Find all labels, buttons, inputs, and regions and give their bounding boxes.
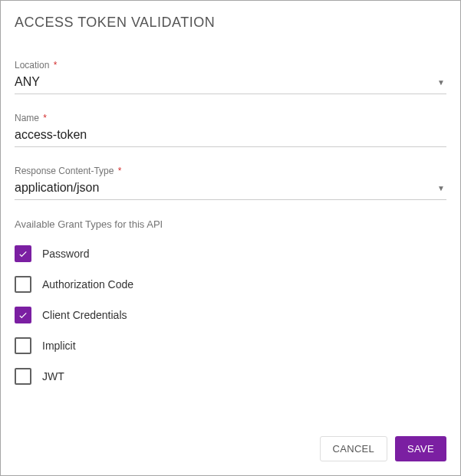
name-label: Name * (15, 113, 446, 123)
chevron-down-icon: ▼ (436, 78, 446, 87)
save-button[interactable]: SAVE (395, 436, 446, 461)
grant-type-row: Authorization Code (15, 276, 446, 293)
name-label-text: Name (15, 113, 39, 123)
content-type-select[interactable]: application/json ▼ (15, 179, 446, 200)
location-select[interactable]: ANY ▼ (15, 74, 446, 94)
dialog-content: ACCESS TOKEN VALIDATION Location * ANY ▼… (1, 1, 460, 427)
content-type-value: application/json (15, 179, 436, 196)
required-mark: * (43, 113, 47, 123)
grant-type-label: Implicit (42, 340, 76, 352)
check-icon (18, 310, 28, 320)
location-value: ANY (15, 74, 436, 90)
grant-type-row: JWT (15, 368, 446, 385)
location-label: Location * (15, 60, 446, 71)
grant-type-row: Implicit (15, 337, 446, 354)
dialog-title: ACCESS TOKEN VALIDATION (15, 15, 446, 31)
content-type-label: Response Content-Type * (15, 166, 446, 176)
required-mark: * (54, 60, 58, 71)
dialog-actions: CANCEL SAVE (1, 427, 460, 475)
grant-type-label: Password (42, 248, 89, 260)
grant-type-checkbox[interactable] (15, 337, 31, 354)
grant-type-row: Client Credentials (15, 307, 446, 323)
required-mark: * (118, 166, 122, 176)
grant-types-list: PasswordAuthorization CodeClient Credent… (15, 245, 446, 385)
grant-type-label: Client Credentials (42, 309, 127, 321)
grant-type-checkbox[interactable] (15, 307, 31, 323)
grant-type-row: Password (15, 245, 446, 262)
location-field: Location * ANY ▼ (15, 60, 446, 94)
chevron-down-icon: ▼ (436, 184, 446, 192)
content-type-field: Response Content-Type * application/json… (15, 166, 446, 200)
cancel-button[interactable]: CANCEL (320, 436, 388, 461)
check-icon (18, 248, 28, 259)
grant-type-checkbox[interactable] (15, 276, 31, 293)
dialog: ACCESS TOKEN VALIDATION Location * ANY ▼… (0, 0, 461, 476)
grant-type-label: JWT (42, 370, 64, 382)
name-field: Name * (15, 113, 446, 147)
name-input[interactable] (15, 126, 446, 143)
grant-type-checkbox[interactable] (15, 245, 31, 262)
grant-type-checkbox[interactable] (15, 368, 31, 385)
location-label-text: Location (15, 60, 49, 71)
name-input-wrap (15, 126, 446, 147)
content-type-label-text: Response Content-Type (15, 166, 114, 176)
grant-type-label: Authorization Code (42, 278, 133, 291)
grant-types-label: Available Grant Types for this API (15, 218, 446, 230)
